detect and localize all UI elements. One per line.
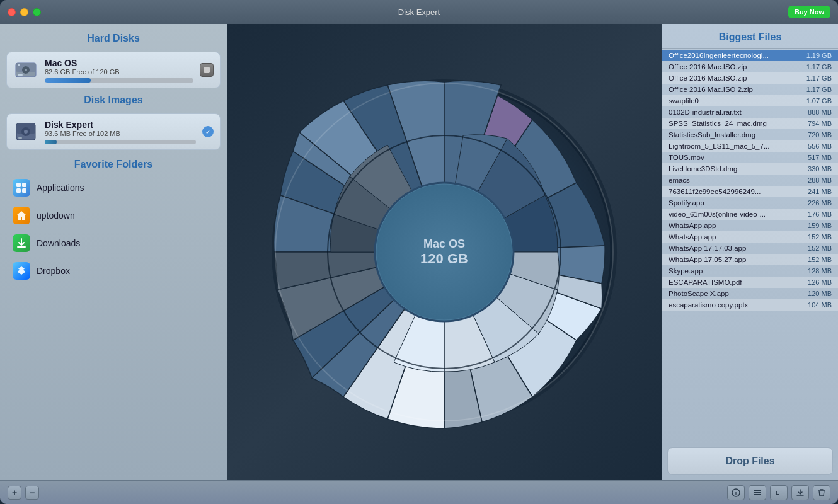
file-name: 0102D-industrial.rar.txt <box>669 108 804 116</box>
file-row[interactable]: WhatsApp.app152 MB <box>662 231 838 243</box>
file-size: 226 MB <box>808 199 832 207</box>
file-row[interactable]: SPSS_Statistics_24_mac.dmg794 MB <box>662 118 838 129</box>
file-row[interactable]: ESCAPARATISMO.pdf126 MB <box>662 277 838 288</box>
file-name: WhatsApp 17.17.03.app <box>669 244 804 252</box>
favorite-folders-section: Favorite Folders Applications uptodown <box>6 156 221 285</box>
file-name: WhatsApp.app <box>669 233 804 241</box>
dropbox-icon <box>13 262 30 280</box>
file-row[interactable]: swapfile01.07 GB <box>662 95 838 106</box>
add-button[interactable]: + <box>8 486 21 500</box>
file-size: 720 MB <box>808 131 832 139</box>
disk-image-icon <box>13 119 38 144</box>
svg-rect-10 <box>18 137 22 139</box>
close-button[interactable] <box>8 8 16 16</box>
files-list[interactable]: Office2016Ingenieertecnologi...1.19 GBOf… <box>662 49 838 442</box>
svg-rect-24 <box>754 492 761 493</box>
file-size: 104 MB <box>808 301 832 309</box>
fav-downloads[interactable]: Downloads <box>6 229 221 257</box>
mac-os-disk-progress-bar <box>45 78 91 83</box>
toolbar: + − i L <box>0 480 838 504</box>
drop-files-button[interactable]: Drop Files <box>667 447 833 475</box>
file-row[interactable]: 0102D-industrial.rar.txt888 MB <box>662 106 838 118</box>
file-row[interactable]: TOUS.mov517 MB <box>662 152 838 163</box>
file-row[interactable]: Office 2016 Mac.ISO 2.zip1.17 GB <box>662 84 838 95</box>
file-row[interactable]: escaparatismo copy.pptx104 MB <box>662 299 838 311</box>
file-name: emacs <box>669 176 804 184</box>
file-row[interactable]: LiveHome3DStd.dmg330 MB <box>662 163 838 175</box>
file-name: ESCAPARATISMO.pdf <box>669 278 804 286</box>
file-name: PhotoScape X.app <box>669 290 804 297</box>
biggest-files-title: Biggest Files <box>662 24 838 49</box>
file-row[interactable]: WhatsApp.app159 MB <box>662 220 838 231</box>
svg-point-3 <box>25 69 27 71</box>
file-row[interactable]: emacs288 MB <box>662 175 838 186</box>
mac-os-disk-space: 82.6 GB Free of 120 GB <box>45 68 193 76</box>
traffic-lights <box>8 8 41 16</box>
file-row[interactable]: Skype.app128 MB <box>662 265 838 277</box>
file-row[interactable]: StatisticsSub_Installer.dmg720 MB <box>662 129 838 140</box>
size-button[interactable]: L <box>770 485 788 500</box>
file-size: 330 MB <box>808 165 832 173</box>
toolbar-right: i L <box>727 485 830 500</box>
svg-rect-13 <box>16 188 21 193</box>
maximize-button[interactable] <box>33 8 41 16</box>
disk-expert-image[interactable]: Disk Expert 93.6 MB Free of 102 MB ✓ <box>6 113 221 150</box>
file-size: 517 MB <box>808 154 832 161</box>
disk-expert-progress <box>45 140 196 144</box>
file-row[interactable]: Spotify.app226 MB <box>662 197 838 209</box>
file-row[interactable]: Office2016Ingenieertecnologi...1.19 GB <box>662 50 838 61</box>
file-size: 120 MB <box>808 290 832 297</box>
file-row[interactable]: PhotoScape X.app120 MB <box>662 288 838 299</box>
buy-now-button[interactable]: Buy Now <box>788 6 830 18</box>
list-button[interactable] <box>749 485 766 500</box>
file-name: Spotify.app <box>669 199 804 207</box>
file-name: WhatsApp 17.05.27.app <box>669 256 804 263</box>
info-button[interactable]: i <box>727 485 745 500</box>
file-size: 152 MB <box>808 244 832 252</box>
stop-button[interactable] <box>200 63 214 77</box>
remove-button[interactable]: − <box>25 486 39 500</box>
file-name: Office 2016 Mac.ISO.zip <box>669 63 803 71</box>
svg-point-9 <box>24 130 28 134</box>
file-name: StatisticsSub_Installer.dmg <box>669 131 804 139</box>
file-size: 1.07 GB <box>806 97 832 105</box>
file-size: 241 MB <box>808 188 832 195</box>
file-size: 1.17 GB <box>806 63 832 71</box>
file-size: 159 MB <box>808 222 832 229</box>
file-row[interactable]: Office 2016 Mac.ISO.zip1.17 GB <box>662 72 838 84</box>
uptodown-icon <box>13 207 30 224</box>
file-row[interactable]: Lightroom_5_LS11_mac_5_7...556 MB <box>662 140 838 152</box>
file-size: 888 MB <box>808 108 832 116</box>
file-name: WhatsApp.app <box>669 222 804 229</box>
titlebar: Disk Expert Buy Now <box>0 0 838 24</box>
file-row[interactable]: 763611f2c99ee542996249...241 MB <box>662 186 838 197</box>
svg-point-18 <box>375 183 514 321</box>
file-size: 126 MB <box>808 278 832 286</box>
file-name: LiveHome3DStd.dmg <box>669 165 804 173</box>
mac-os-disk[interactable]: Mac OS 82.6 GB Free of 120 GB <box>6 52 221 88</box>
uptodown-label: uptodown <box>37 210 75 220</box>
hard-disk-icon <box>13 57 38 83</box>
file-name: Office 2016 Mac.ISO.zip <box>669 74 803 82</box>
fav-uptodown[interactable]: uptodown <box>6 202 221 229</box>
file-row[interactable]: WhatsApp 17.05.27.app152 MB <box>662 254 838 265</box>
main-content: Hard Disks Mac OS 82.6 GB Free of 120 GB <box>0 24 838 480</box>
file-row[interactable]: video_61m00s(online-video-...176 MB <box>662 209 838 220</box>
file-row[interactable]: Office 2016 Mac.ISO.zip1.17 GB <box>662 61 838 72</box>
disk-visualization: Mac OS 120 GB <box>227 24 662 480</box>
fav-dropbox[interactable]: Dropbox <box>6 257 221 285</box>
export-button[interactable] <box>791 485 809 500</box>
trash-button[interactable] <box>813 485 830 500</box>
svg-text:L: L <box>776 490 779 496</box>
disk-images-title: Disk Images <box>6 92 221 110</box>
sunburst-chart: Mac OS 120 GB <box>261 69 627 435</box>
check-icon: ✓ <box>202 126 214 137</box>
file-name: swapfile0 <box>669 97 803 105</box>
file-row[interactable]: WhatsApp 17.17.03.app152 MB <box>662 243 838 254</box>
mac-os-disk-info: Mac OS 82.6 GB Free of 120 GB <box>45 58 193 83</box>
fav-applications[interactable]: Applications <box>6 174 221 202</box>
file-name: TOUS.mov <box>669 154 804 161</box>
file-size: 152 MB <box>808 233 832 241</box>
minimize-button[interactable] <box>20 8 28 16</box>
applications-label: Applications <box>37 183 84 193</box>
